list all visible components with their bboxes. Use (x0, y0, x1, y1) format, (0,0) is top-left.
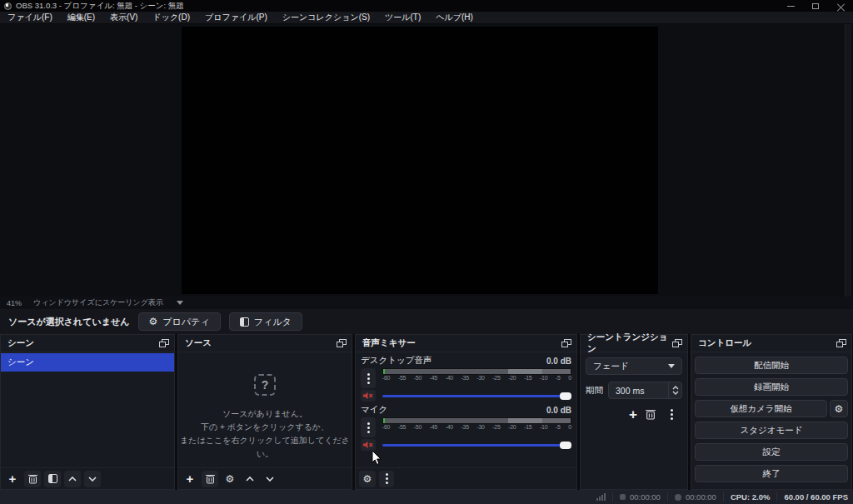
track-volume-db: 0.0 dB (546, 357, 571, 366)
settings-button[interactable]: 設定 (695, 443, 848, 461)
scenes-toolbar: + (1, 467, 174, 489)
popout-icon[interactable] (672, 339, 682, 347)
obs-window: OBS 31.0.3 - プロファイル: 無題 - シーン: 無題 ファイル(F… (0, 0, 853, 504)
scenes-dock: シーン シーン + (0, 334, 175, 490)
speaker-muted-icon (363, 392, 373, 400)
scene-move-down-button[interactable] (84, 471, 101, 487)
add-scene-button[interactable]: + (4, 471, 21, 487)
mixer-title: 音声ミキサー (362, 337, 416, 349)
scale-mode-label[interactable]: ウィンドウサイズにスケーリング表示 (33, 297, 163, 308)
remove-source-button[interactable] (202, 471, 218, 487)
scene-list-item[interactable]: シーン (1, 353, 174, 372)
properties-button[interactable]: ⚙ プロパティ (138, 312, 221, 331)
spin-down-button[interactable] (672, 391, 679, 395)
mute-button[interactable] (361, 439, 376, 451)
scene-move-up-button[interactable] (64, 471, 81, 487)
source-move-up-button[interactable] (242, 471, 258, 487)
mute-button[interactable] (361, 390, 376, 402)
mixer-dock-header[interactable]: 音声ミキサー (356, 335, 576, 352)
remove-scene-button[interactable] (24, 471, 41, 487)
menu-help[interactable]: ヘルプ(H) (428, 12, 481, 23)
volume-slider[interactable] (382, 439, 571, 451)
transition-options-button[interactable] (664, 408, 679, 422)
dock-resize-strip (845, 24, 851, 297)
filters-label: フィルタ (254, 316, 292, 328)
menu-file[interactable]: ファイル(F) (0, 12, 60, 23)
exit-button[interactable]: 終了 (695, 465, 848, 482)
scenes-dock-header[interactable]: シーン (1, 335, 174, 352)
scale-dropdown-icon[interactable] (177, 301, 183, 305)
sources-title: ソース (185, 337, 212, 349)
menu-scene-collection[interactable]: シーンコレクション(S) (275, 12, 377, 23)
controls-body: 配信開始 録画開始 仮想カメラ開始 ⚙ スタジオモード 設定 終了 (691, 352, 851, 489)
slider-handle[interactable] (560, 442, 571, 449)
studio-mode-button[interactable]: スタジオモード (695, 422, 848, 439)
slider-track[interactable] (382, 444, 571, 447)
preview-scale-row: 41% ウィンドウサイズにスケーリング表示 (0, 297, 853, 309)
scene-list: シーン (1, 352, 174, 467)
empty-line: またはここを右クリックして追加してください。 (178, 434, 352, 461)
transitions-dock-header[interactable]: シーントランジション (581, 335, 687, 352)
advanced-audio-button[interactable]: ⚙ (359, 471, 376, 487)
track-options-button[interactable] (361, 368, 376, 388)
titlebar: OBS 31.0.3 - プロファイル: 無題 - シーン: 無題 (0, 0, 853, 12)
menu-view[interactable]: 表示(V) (102, 12, 145, 23)
menu-profile[interactable]: プロファイル(P) (197, 12, 275, 23)
popout-icon[interactable] (337, 339, 347, 347)
scene-filters-button[interactable] (44, 471, 61, 487)
chevron-up-icon (68, 477, 77, 482)
fps-counter: 60.00 / 60.00 FPS (784, 492, 848, 502)
mixer-body: デスクトップ音声 0.0 dB -60-55-50-45-40-35-30-25… (356, 352, 576, 467)
popout-icon[interactable] (159, 339, 169, 347)
track-options-button[interactable] (361, 417, 376, 437)
virtual-camera-settings-button[interactable]: ⚙ (830, 400, 848, 417)
question-mark-icon: ? (254, 374, 276, 396)
slider-handle[interactable] (560, 392, 571, 400)
scenes-title: シーン (7, 337, 34, 349)
properties-label: プロパティ (162, 316, 209, 328)
chevron-down-icon (88, 477, 97, 482)
popout-icon[interactable] (836, 339, 846, 347)
popout-icon[interactable] (561, 339, 571, 347)
add-source-button[interactable]: + (182, 471, 198, 487)
add-transition-button[interactable]: + (629, 407, 637, 422)
audio-mixer-dock: 音声ミキサー デスクトップ音声 0.0 dB -60-55 (355, 334, 577, 490)
menu-tools[interactable]: ツール(T) (377, 12, 428, 23)
obs-logo-icon (4, 2, 12, 10)
source-toolbar: ソースが選択されていません ⚙ プロパティ フィルタ (0, 309, 853, 334)
start-virtual-camera-button[interactable]: 仮想カメラ開始 (695, 400, 827, 417)
duration-spinbox[interactable]: 300 ms (608, 382, 682, 399)
source-properties-button[interactable]: ⚙ (222, 471, 238, 487)
spin-up-button[interactable] (672, 386, 679, 390)
stream-status-icon (620, 494, 626, 500)
source-list[interactable]: ? ソースがありません。 下の + ボタンをクリックするか、 またはここを右クリ… (178, 352, 352, 467)
start-streaming-button[interactable]: 配信開始 (695, 357, 848, 374)
stream-timer: 00:00:00 (620, 492, 661, 502)
sources-dock-header[interactable]: ソース (178, 335, 352, 352)
menu-docks[interactable]: ドック(D) (145, 12, 197, 23)
maximize-button[interactable] (803, 0, 828, 12)
mixer-options-button[interactable] (379, 471, 394, 487)
chevron-up-icon (246, 477, 254, 482)
minimize-button[interactable] (778, 0, 803, 12)
volume-meter: -60-55-50-45-40-35-30-25-20-15-10-50 (382, 417, 571, 437)
source-selection-status: ソースが選択されていません (8, 316, 130, 328)
start-recording-button[interactable]: 録画開始 (695, 378, 848, 396)
transitions-dock: シーントランジション フェード 期間 300 ms (580, 334, 688, 490)
minimize-icon (787, 6, 795, 7)
source-move-down-button[interactable] (262, 471, 278, 487)
empty-line: ソースがありません。 (178, 407, 352, 421)
close-button[interactable] (828, 0, 853, 12)
transition-select[interactable]: フェード (586, 357, 682, 375)
record-timer: 00:00:00 (675, 492, 716, 502)
mixer-track-mic: マイク 0.0 dB -60-55-50-45-40-35-30-25-20-1… (356, 402, 576, 451)
controls-dock-header[interactable]: コントロール (691, 335, 851, 352)
filters-button[interactable]: フィルタ (229, 312, 302, 331)
remove-transition-button[interactable] (646, 409, 656, 420)
mixer-toolbar: ⚙ (356, 467, 576, 489)
preview-canvas[interactable] (182, 27, 658, 294)
volume-slider[interactable] (382, 390, 571, 402)
controls-title: コントロール (698, 337, 751, 349)
slider-track[interactable] (382, 395, 571, 397)
menu-edit[interactable]: 編集(E) (60, 12, 102, 23)
